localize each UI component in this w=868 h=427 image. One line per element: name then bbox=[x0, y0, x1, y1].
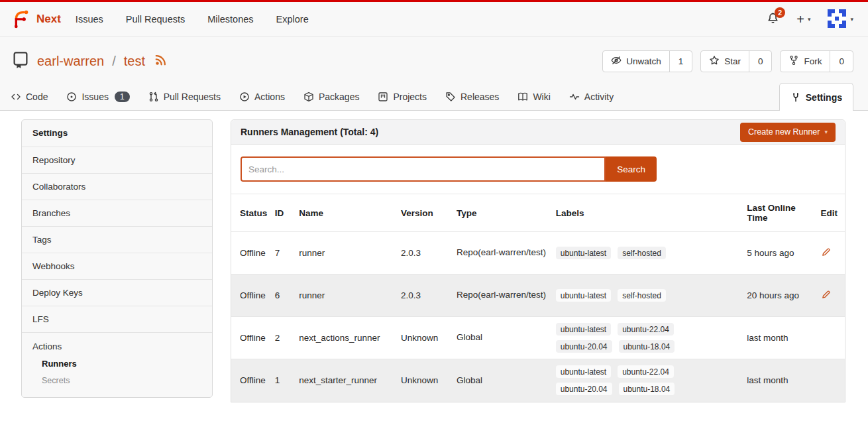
tab-actions[interactable]: Actions bbox=[239, 83, 285, 110]
runners-panel: Runners Management (Total: 4) Create new… bbox=[231, 119, 845, 402]
rss-icon[interactable] bbox=[154, 53, 168, 70]
issues-count-badge: 1 bbox=[115, 91, 130, 102]
create-new-runner-button[interactable]: Create new Runner ▾ bbox=[740, 123, 836, 142]
sidebar-group-actions: Actions Runners Secrets bbox=[22, 332, 212, 397]
fork-button[interactable]: Fork bbox=[781, 51, 830, 72]
runner-id: 2 bbox=[275, 317, 299, 359]
sidebar-item-actions[interactable]: Actions bbox=[32, 341, 201, 351]
forks-count[interactable]: 0 bbox=[830, 51, 853, 72]
user-menu[interactable]: ▾ bbox=[828, 9, 853, 30]
runner-last-online: last month bbox=[747, 317, 820, 359]
create-new-menu[interactable]: + ▾ bbox=[796, 13, 810, 26]
eye-slash-icon bbox=[611, 55, 622, 68]
table-row: Offline 2 next_actions_runner Unknown Gl… bbox=[231, 317, 845, 359]
tab-projects[interactable]: Projects bbox=[378, 83, 427, 110]
pull-request-icon bbox=[148, 91, 159, 102]
sidebar-item-branches[interactable]: Branches bbox=[22, 200, 212, 226]
repo-title: earl-warren / test bbox=[11, 50, 168, 73]
brand-name: Next bbox=[36, 13, 61, 26]
navbar-right: 2 + ▾ bbox=[767, 9, 853, 30]
fork-label: Fork bbox=[804, 56, 822, 66]
table-row: Offline 7 runner 2.0.3 Repo(earl-warren/… bbox=[231, 232, 845, 274]
runner-type: Repo(earl-warren/test) bbox=[457, 232, 556, 274]
sidebar-item-runners[interactable]: Runners bbox=[32, 359, 201, 369]
runner-id: 7 bbox=[275, 232, 299, 274]
sidebar-item-tags[interactable]: Tags bbox=[22, 226, 212, 253]
header-band: Next Issues Pull Requests Milestones Exp… bbox=[0, 2, 868, 111]
repo-actions: Unwatch 1 Star 0 bbox=[602, 50, 853, 72]
tab-releases[interactable]: Releases bbox=[445, 83, 499, 110]
search-group: Search bbox=[241, 156, 657, 182]
header-type: Type bbox=[457, 194, 556, 232]
header-status: Status bbox=[231, 194, 275, 232]
search-button[interactable]: Search bbox=[606, 156, 657, 182]
forgejo-logo-icon bbox=[9, 7, 31, 31]
sidebar-item-repository[interactable]: Repository bbox=[22, 147, 212, 173]
header-id: ID bbox=[275, 194, 299, 232]
edit-runner-button[interactable] bbox=[821, 290, 831, 300]
table-row: Offline 6 runner 2.0.3 Repo(earl-warren/… bbox=[231, 274, 845, 317]
tab-wiki[interactable]: Wiki bbox=[517, 83, 550, 110]
runner-labels: ubuntu-latest self-hosted bbox=[556, 247, 688, 259]
runners-table: Status ID Name Version Type Labels Last … bbox=[231, 194, 845, 402]
star-button-group: Star 0 bbox=[700, 50, 772, 72]
tab-packages[interactable]: Packages bbox=[303, 83, 359, 110]
star-button[interactable]: Star bbox=[701, 51, 749, 72]
watchers-count[interactable]: 1 bbox=[669, 51, 692, 72]
runner-labels: ubuntu-latest self-hosted bbox=[556, 289, 688, 302]
tab-issues[interactable]: Issues 1 bbox=[66, 83, 129, 110]
runner-version: 2.0.3 bbox=[401, 232, 457, 274]
nav-link-milestones[interactable]: Milestones bbox=[207, 14, 253, 25]
search-input[interactable] bbox=[241, 156, 606, 182]
table-row: Offline 1 next_starter_runner Unknown Gl… bbox=[231, 359, 845, 402]
notifications-button[interactable]: 2 bbox=[767, 12, 779, 27]
issue-opened-icon bbox=[66, 91, 77, 102]
panel-title: Runners Management (Total: 4) bbox=[241, 127, 378, 137]
repo-separator: / bbox=[112, 54, 116, 69]
runner-type: Global bbox=[457, 359, 556, 402]
header-labels: Labels bbox=[556, 194, 747, 232]
fork-icon bbox=[788, 55, 799, 68]
tag-icon bbox=[445, 91, 456, 102]
nav-link-issues[interactable]: Issues bbox=[76, 14, 103, 25]
runners-panel-header: Runners Management (Total: 4) Create new… bbox=[231, 120, 845, 145]
sidebar-item-collaborators[interactable]: Collaborators bbox=[22, 173, 212, 200]
stars-count[interactable]: 0 bbox=[749, 51, 772, 72]
plus-icon: + bbox=[796, 13, 804, 26]
nav-link-explore[interactable]: Explore bbox=[276, 14, 309, 25]
sidebar-item-deploy-keys[interactable]: Deploy Keys bbox=[22, 279, 212, 306]
code-icon bbox=[11, 91, 21, 102]
tab-code[interactable]: Code bbox=[11, 83, 48, 110]
label-badge: ubuntu-20.04 bbox=[556, 340, 612, 353]
avatar bbox=[828, 9, 846, 30]
runner-version: Unknown bbox=[401, 359, 457, 402]
repo-owner-link[interactable]: earl-warren bbox=[37, 54, 104, 69]
sidebar-item-lfs[interactable]: LFS bbox=[22, 306, 212, 332]
runner-version: 2.0.3 bbox=[401, 274, 457, 317]
unwatch-label: Unwatch bbox=[626, 56, 661, 66]
main-content: Settings Repository Collaborators Branch… bbox=[0, 111, 868, 402]
label-badge: ubuntu-18.04 bbox=[619, 340, 675, 353]
wrench-icon bbox=[790, 92, 801, 103]
tab-settings[interactable]: Settings bbox=[779, 83, 853, 111]
sidebar-item-webhooks[interactable]: Webhooks bbox=[22, 253, 212, 279]
runner-status: Offline bbox=[231, 274, 275, 317]
top-navbar: Next Issues Pull Requests Milestones Exp… bbox=[0, 2, 868, 37]
runner-name: runner bbox=[299, 274, 401, 317]
tab-activity[interactable]: Activity bbox=[569, 83, 614, 110]
fork-button-group: Fork 0 bbox=[780, 50, 853, 72]
sidebar-item-secrets[interactable]: Secrets bbox=[32, 376, 201, 385]
nav-link-pull-requests[interactable]: Pull Requests bbox=[126, 14, 185, 25]
label-badge: ubuntu-latest bbox=[556, 247, 611, 259]
runner-status: Offline bbox=[231, 317, 275, 359]
unwatch-button[interactable]: Unwatch bbox=[603, 51, 669, 72]
repo-name-link[interactable]: test bbox=[124, 54, 145, 69]
header-edit: Edit bbox=[821, 194, 845, 232]
home-brand[interactable]: Next bbox=[9, 7, 61, 31]
runner-id: 6 bbox=[275, 274, 299, 317]
tab-pull-requests[interactable]: Pull Requests bbox=[148, 83, 221, 110]
runner-name: next_actions_runner bbox=[299, 317, 401, 359]
label-badge: ubuntu-22.04 bbox=[618, 365, 674, 378]
edit-runner-button[interactable] bbox=[821, 247, 831, 257]
caret-down-icon: ▾ bbox=[850, 16, 853, 23]
